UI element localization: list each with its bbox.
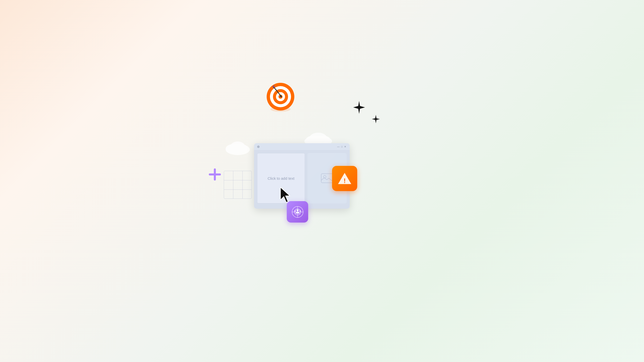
warning-badge: ! <box>332 166 357 191</box>
svg-text:!: ! <box>344 177 346 185</box>
audience-badge <box>287 201 308 223</box>
grid-table-icon <box>221 168 254 202</box>
browser-titlebar: — □ ✕ <box>254 143 350 150</box>
svg-rect-21 <box>224 171 252 199</box>
browser-dot <box>257 146 260 148</box>
image-placeholder-icon <box>321 173 333 183</box>
svg-point-20 <box>324 175 326 178</box>
close-control: ✕ <box>344 145 347 148</box>
svg-point-32 <box>294 210 296 212</box>
cloud-left-icon <box>224 138 252 157</box>
svg-point-7 <box>316 136 330 144</box>
svg-point-33 <box>299 210 301 212</box>
minimize-control: — <box>337 145 340 148</box>
main-scene: — □ ✕ Click to add text <box>209 93 435 269</box>
maximize-control: □ <box>341 145 343 148</box>
sparkle-small-icon <box>371 114 381 125</box>
svg-point-3 <box>236 144 248 152</box>
text-placeholder-label: Click to add text <box>268 176 295 181</box>
svg-rect-19 <box>321 174 333 183</box>
sparkle-large-icon <box>352 100 366 115</box>
plus-icon <box>209 168 221 182</box>
svg-point-31 <box>297 209 299 211</box>
target-bullseye-icon <box>264 78 294 111</box>
browser-controls: — □ ✕ <box>337 145 347 148</box>
